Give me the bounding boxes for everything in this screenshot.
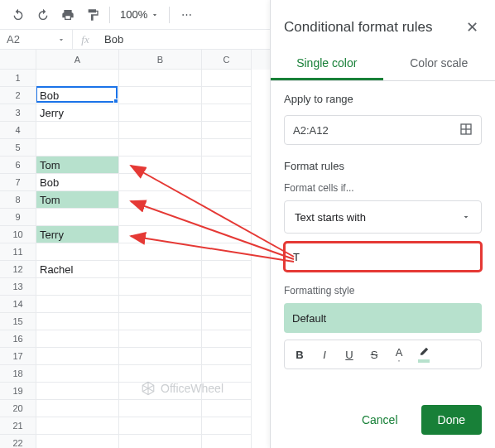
- cell[interactable]: [36, 400, 119, 417]
- zoom-select[interactable]: 100%: [115, 3, 164, 26]
- row-header[interactable]: 5: [0, 139, 36, 157]
- row-header[interactable]: 9: [0, 209, 36, 226]
- name-box[interactable]: A2: [0, 30, 73, 49]
- cell[interactable]: Tom: [36, 157, 119, 174]
- cell[interactable]: [36, 243, 119, 261]
- done-button[interactable]: Done: [421, 405, 482, 435]
- select-range-icon[interactable]: [459, 123, 473, 138]
- cell[interactable]: [202, 365, 252, 383]
- cell[interactable]: [202, 400, 252, 417]
- row-header[interactable]: 13: [0, 278, 36, 296]
- cell[interactable]: [202, 209, 252, 226]
- cell[interactable]: [202, 278, 252, 296]
- condition-select[interactable]: Text starts with: [284, 200, 482, 234]
- cell[interactable]: [119, 122, 202, 139]
- cell[interactable]: [119, 296, 202, 313]
- cell[interactable]: [202, 87, 252, 104]
- underline-button[interactable]: U: [338, 343, 361, 366]
- italic-button[interactable]: I: [313, 343, 336, 366]
- cell[interactable]: [202, 243, 252, 261]
- condition-value-input[interactable]: T: [284, 242, 482, 272]
- cell[interactable]: [36, 122, 119, 139]
- cell[interactable]: Tom: [36, 191, 119, 209]
- cell[interactable]: [36, 330, 119, 348]
- bold-button[interactable]: B: [288, 343, 311, 366]
- cell[interactable]: [119, 330, 202, 348]
- cell[interactable]: [119, 139, 202, 157]
- cell[interactable]: [202, 383, 252, 400]
- row-header[interactable]: 8: [0, 191, 36, 209]
- row-header[interactable]: 2: [0, 87, 36, 104]
- select-all-corner[interactable]: [0, 50, 36, 70]
- row-header[interactable]: 21: [0, 417, 36, 435]
- row-header[interactable]: 14: [0, 296, 36, 313]
- row-header[interactable]: 7: [0, 174, 36, 191]
- cell[interactable]: [119, 209, 202, 226]
- col-header-b[interactable]: B: [119, 50, 202, 70]
- cell[interactable]: [36, 70, 119, 87]
- fill-color-button[interactable]: [412, 343, 435, 366]
- cell[interactable]: [202, 104, 252, 122]
- cell[interactable]: [202, 330, 252, 348]
- cancel-button[interactable]: Cancel: [345, 405, 415, 435]
- cell[interactable]: [36, 313, 119, 330]
- cell[interactable]: [202, 313, 252, 330]
- row-header[interactable]: 18: [0, 365, 36, 383]
- cell[interactable]: [36, 209, 119, 226]
- paint-format-button[interactable]: [81, 3, 104, 26]
- cell[interactable]: [36, 417, 119, 435]
- cell[interactable]: [119, 261, 202, 278]
- cell[interactable]: Rachel: [36, 261, 119, 278]
- cell[interactable]: [119, 365, 202, 383]
- cell[interactable]: [202, 139, 252, 157]
- row-header[interactable]: 4: [0, 122, 36, 139]
- row-header[interactable]: 20: [0, 400, 36, 417]
- tab-color-scale[interactable]: Color scale: [383, 48, 496, 80]
- cell[interactable]: [202, 417, 252, 435]
- cell[interactable]: [202, 348, 252, 365]
- cell[interactable]: [202, 435, 252, 448]
- cell[interactable]: [202, 226, 252, 243]
- cell[interactable]: [202, 157, 252, 174]
- cell[interactable]: Bob: [36, 174, 119, 191]
- range-input[interactable]: A2:A12: [284, 115, 482, 145]
- cell[interactable]: [36, 278, 119, 296]
- print-button[interactable]: [56, 3, 79, 26]
- strike-button[interactable]: S: [363, 343, 386, 366]
- text-color-button[interactable]: A: [387, 343, 411, 366]
- cell[interactable]: [119, 174, 202, 191]
- row-header[interactable]: 19: [0, 383, 36, 400]
- cell[interactable]: [36, 348, 119, 365]
- col-header-c[interactable]: C: [202, 50, 252, 70]
- cell[interactable]: [119, 157, 202, 174]
- row-header[interactable]: 3: [0, 104, 36, 122]
- cell[interactable]: Jerry: [36, 104, 119, 122]
- cell[interactable]: [36, 365, 119, 383]
- cell[interactable]: Bob: [36, 87, 119, 104]
- cell[interactable]: [36, 139, 119, 157]
- col-header-a[interactable]: A: [36, 50, 119, 70]
- cell[interactable]: [202, 174, 252, 191]
- cell[interactable]: Terry: [36, 226, 119, 243]
- row-header[interactable]: 12: [0, 261, 36, 278]
- cell[interactable]: [119, 435, 202, 448]
- style-preview[interactable]: Default: [284, 303, 482, 333]
- row-header[interactable]: 15: [0, 313, 36, 330]
- cell[interactable]: [119, 104, 202, 122]
- cell[interactable]: [119, 400, 202, 417]
- cell[interactable]: [202, 70, 252, 87]
- row-header[interactable]: 16: [0, 330, 36, 348]
- cell[interactable]: [119, 278, 202, 296]
- cell[interactable]: [119, 226, 202, 243]
- cell[interactable]: [36, 383, 119, 400]
- close-icon[interactable]: ✕: [463, 15, 482, 40]
- row-header[interactable]: 6: [0, 157, 36, 174]
- cell[interactable]: [202, 296, 252, 313]
- cell[interactable]: [202, 191, 252, 209]
- cell[interactable]: [202, 122, 252, 139]
- cell[interactable]: [36, 435, 119, 448]
- cell[interactable]: [119, 243, 202, 261]
- row-header[interactable]: 1: [0, 70, 36, 87]
- cell[interactable]: [202, 261, 252, 278]
- more-button[interactable]: ⋯: [175, 3, 198, 26]
